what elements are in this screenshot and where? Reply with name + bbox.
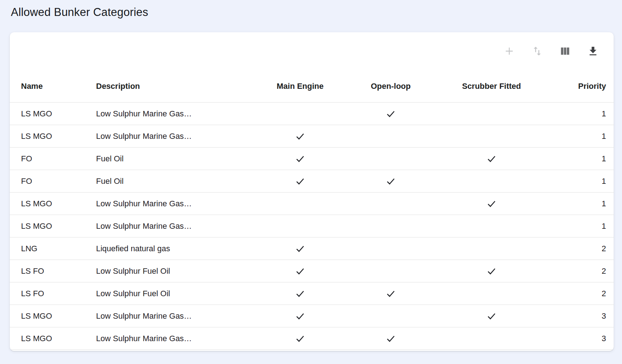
check-icon [385, 108, 396, 119]
add-button[interactable] [502, 44, 517, 58]
check-icon [295, 333, 306, 344]
cell-scrubber-fitted [418, 170, 565, 192]
cell-open-loop [363, 237, 418, 260]
column-header-priority[interactable]: Priority [565, 70, 614, 102]
cell-description: Low Sulphur Marine Gas… [85, 305, 237, 327]
cell-priority: 1 [565, 215, 614, 237]
check-icon [295, 131, 306, 142]
check-icon [295, 243, 306, 254]
cell-name: LNG [10, 237, 85, 260]
check-icon [385, 333, 396, 344]
check-icon [385, 288, 396, 299]
column-header-description[interactable]: Description [85, 70, 237, 102]
cell-scrubber-fitted [418, 193, 565, 215]
column-header-open-loop[interactable]: Open-loop [363, 70, 418, 102]
cell-priority: 2 [565, 237, 614, 260]
cell-main-engine [237, 103, 363, 125]
cell-description: Low Sulphur Marine Gas… [85, 103, 237, 125]
cell-description: Fuel Oil [85, 148, 237, 170]
cell-open-loop [363, 215, 418, 237]
cell-name: FO [10, 148, 85, 170]
cell-scrubber-fitted [418, 125, 565, 147]
table-body: LS MGO Low Sulphur Marine Gas… [10, 103, 614, 350]
sort-arrows-icon [531, 45, 543, 57]
cell-priority: 1 [565, 103, 614, 125]
check-icon [295, 153, 306, 164]
check-icon [295, 266, 306, 277]
check-icon [486, 311, 497, 322]
table-row[interactable]: FO Fuel Oil [10, 170, 614, 193]
export-button[interactable] [586, 44, 600, 58]
columns-icon [559, 45, 571, 57]
cell-main-engine [237, 305, 363, 327]
cell-main-engine [237, 215, 363, 237]
table-toolbar [10, 32, 614, 70]
table-row[interactable]: LS MGO Low Sulphur Marine Gas… [10, 305, 614, 327]
cell-main-engine [237, 125, 363, 147]
cell-main-engine [237, 193, 363, 215]
plus-icon [503, 45, 515, 57]
column-header-name[interactable]: Name [10, 70, 85, 102]
cell-main-engine [237, 260, 363, 282]
check-icon [385, 176, 396, 187]
check-icon [295, 288, 306, 299]
cell-scrubber-fitted [418, 215, 565, 237]
check-icon [295, 176, 306, 187]
column-header-scrubber-fitted[interactable]: Scrubber Fitted [418, 70, 565, 102]
check-icon [486, 198, 497, 209]
cell-name: LS MGO [10, 215, 85, 237]
cell-open-loop [363, 103, 418, 125]
cell-open-loop [363, 305, 418, 327]
table-row[interactable]: LS MGO Low Sulphur Marine Gas… [10, 327, 614, 350]
cell-name: FO [10, 170, 85, 192]
cell-description: Low Sulphur Marine Gas… [85, 125, 237, 147]
cell-open-loop [363, 193, 418, 215]
column-header-main-engine[interactable]: Main Engine [237, 70, 363, 102]
sort-button[interactable] [530, 44, 544, 58]
cell-priority: 1 [565, 148, 614, 170]
cell-main-engine [237, 327, 363, 349]
cell-priority: 1 [565, 193, 614, 215]
cell-name: LS MGO [10, 327, 85, 349]
cell-name: LS FO [10, 282, 85, 305]
check-icon [486, 153, 497, 164]
cell-main-engine [237, 282, 363, 305]
cell-scrubber-fitted [418, 260, 565, 282]
cell-open-loop [363, 327, 418, 349]
table-row[interactable]: LS MGO Low Sulphur Marine Gas… [10, 125, 614, 148]
table-row[interactable]: LNG Liquefied natural gas [10, 237, 614, 260]
cell-main-engine [237, 170, 363, 192]
cell-description: Low Sulphur Fuel Oil [85, 282, 237, 305]
table-row[interactable]: LS FO Low Sulphur Fuel Oil [10, 260, 614, 282]
cell-scrubber-fitted [418, 327, 565, 349]
table-row[interactable]: LS MGO Low Sulphur Marine Gas… [10, 215, 614, 237]
cell-priority: 2 [565, 260, 614, 282]
cell-priority: 1 [565, 170, 614, 192]
cell-scrubber-fitted [418, 282, 565, 305]
cell-description: Fuel Oil [85, 170, 237, 192]
cell-name: LS FO [10, 260, 85, 282]
cell-name: LS MGO [10, 125, 85, 147]
cell-scrubber-fitted [418, 103, 565, 125]
cell-scrubber-fitted [418, 148, 565, 170]
table-row[interactable]: LS MGO Low Sulphur Marine Gas… [10, 103, 614, 125]
cell-priority: 1 [565, 125, 614, 147]
table-row[interactable]: LS FO Low Sulphur Fuel Oil [10, 282, 614, 305]
cell-priority: 3 [565, 327, 614, 349]
cell-open-loop [363, 260, 418, 282]
cell-scrubber-fitted [418, 305, 565, 327]
cell-open-loop [363, 125, 418, 147]
cell-description: Low Sulphur Marine Gas… [85, 215, 237, 237]
table-row[interactable]: LS MGO Low Sulphur Marine Gas… [10, 193, 614, 215]
cell-priority: 3 [565, 305, 614, 327]
cell-description: Low Sulphur Marine Gas… [85, 327, 237, 349]
columns-button[interactable] [558, 44, 572, 58]
bunker-categories-card: Name Description Main Engine Open-loop S… [10, 32, 614, 351]
cell-priority: 2 [565, 282, 614, 305]
cell-description: Liquefied natural gas [85, 237, 237, 260]
download-icon [587, 45, 599, 57]
cell-open-loop [363, 170, 418, 192]
cell-name: LS MGO [10, 103, 85, 125]
table-row[interactable]: FO Fuel Oil [10, 148, 614, 170]
cell-scrubber-fitted [418, 237, 565, 260]
